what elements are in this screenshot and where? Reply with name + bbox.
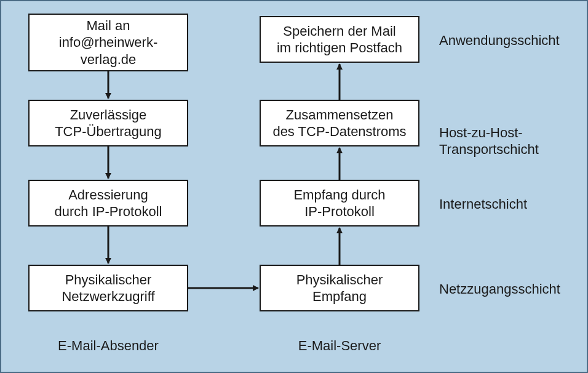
column-label-server: E-Mail-Server: [260, 337, 419, 355]
layer-label-netaccess: Netzzugangsschicht: [439, 281, 560, 298]
box-server-netaccess: PhysikalischerEmpfang: [260, 265, 419, 311]
column-label-sender: E-Mail-Absender: [28, 337, 188, 355]
box-server-transport: Zusammensetzendes TCP-Datenstroms: [260, 100, 419, 146]
box-sender-transport: ZuverlässigeTCP-Übertragung: [28, 100, 188, 146]
box-text: PhysikalischerEmpfang: [296, 271, 383, 305]
box-sender-internet: Adressierungdurch IP-Protokoll: [28, 180, 188, 227]
box-text: Adressierungdurch IP-Protokoll: [55, 186, 162, 220]
box-text: Empfang durchIP-Protokoll: [293, 186, 385, 220]
box-sender-netaccess: PhysikalischerNetzwerkzugriff: [28, 265, 188, 311]
box-text: Mail aninfo@rheinwerk-verlag.de: [59, 17, 158, 68]
layer-label-transport: Host-zu-Host-Transportschicht: [439, 107, 539, 158]
layer-label-internet: Internetschicht: [439, 196, 527, 213]
box-text: PhysikalischerNetzwerkzugriff: [62, 271, 154, 305]
box-server-internet: Empfang durchIP-Protokoll: [260, 180, 419, 227]
box-text: Zusammensetzendes TCP-Datenstroms: [272, 106, 406, 140]
box-text: Speichern der Mailim richtigen Postfach: [277, 23, 402, 57]
diagram-canvas: Mail aninfo@rheinwerk-verlag.de Zuverläs…: [0, 0, 588, 373]
layer-label-application: Anwendungsschicht: [439, 32, 560, 49]
box-text: ZuverlässigeTCP-Übertragung: [55, 106, 162, 140]
box-sender-app: Mail aninfo@rheinwerk-verlag.de: [28, 14, 188, 71]
box-server-app: Speichern der Mailim richtigen Postfach: [260, 16, 419, 63]
